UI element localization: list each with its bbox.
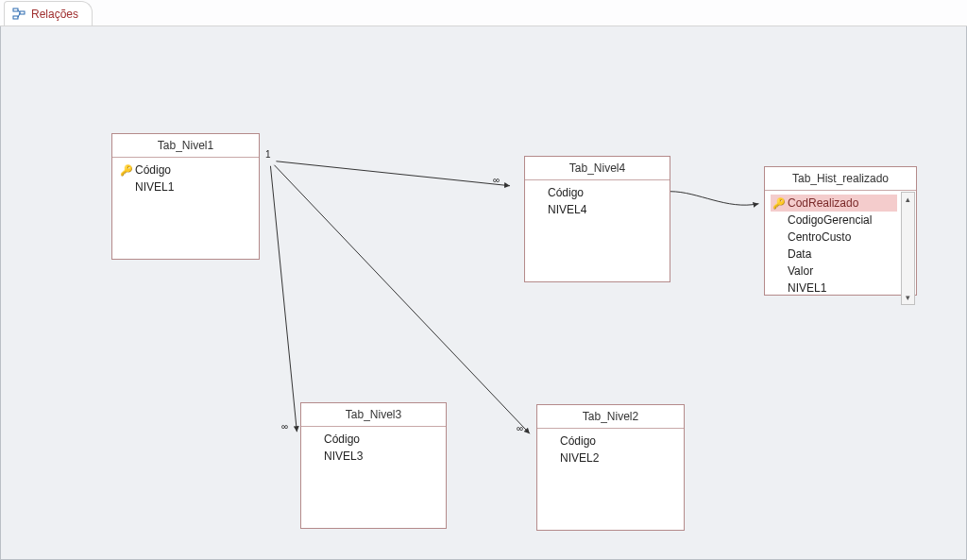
svg-line-6 [270, 166, 297, 432]
cardinality-many-nivel3: ∞ [281, 421, 288, 432]
field-row[interactable]: 🔑 CodRealizado [771, 195, 897, 212]
field-label: NIVEL1 [135, 180, 174, 194]
scroll-down-icon[interactable]: ▾ [906, 291, 910, 304]
field-row[interactable]: 🔑 Código [118, 161, 253, 178]
field-label: NIVEL4 [548, 203, 586, 216]
svg-rect-2 [13, 16, 18, 19]
table-title: Tab_Nivel2 [537, 405, 684, 429]
table-nivel3[interactable]: Tab_Nivel3 Código NIVEL3 [300, 402, 447, 529]
field-row[interactable]: NIVEL1 [118, 178, 253, 195]
table-body: Código NIVEL3 [301, 427, 446, 474]
table-title: Tab_Hist_realizado [765, 167, 916, 191]
field-label: Valor [788, 264, 813, 278]
cardinality-many-nivel4: ∞ [493, 175, 500, 185]
scrollbar[interactable]: ▴ ▾ [901, 192, 915, 305]
primary-key-icon: 🔑 [120, 164, 131, 177]
svg-line-4 [18, 13, 20, 18]
field-label: Data [788, 247, 811, 261]
relationships-canvas[interactable]: 1 ∞ ∞ ∞ Tab_Nivel1 🔑 Código NIVEL1 Tab_N… [0, 26, 967, 560]
field-label: Código [548, 186, 584, 199]
table-nivel4[interactable]: Tab_Nivel4 Código NIVEL4 [524, 156, 670, 282]
field-row[interactable]: Data [771, 246, 897, 263]
field-row[interactable]: NIVEL2 [543, 450, 678, 467]
field-label: CentroCusto [788, 230, 851, 244]
field-row[interactable]: Código [531, 184, 664, 201]
table-title: Tab_Nivel1 [112, 134, 259, 158]
svg-rect-0 [13, 8, 18, 11]
svg-line-5 [276, 161, 510, 186]
scroll-up-icon[interactable]: ▴ [906, 193, 910, 206]
svg-line-7 [274, 165, 529, 433]
table-title: Tab_Nivel3 [301, 403, 446, 427]
field-row[interactable]: NIVEL4 [531, 201, 664, 218]
field-label: NIVEL3 [324, 450, 363, 463]
field-row[interactable]: Código [543, 433, 678, 450]
tab-relacoes[interactable]: Relações [4, 1, 93, 25]
field-label: CodigoGerencial [788, 213, 872, 227]
table-nivel1[interactable]: Tab_Nivel1 🔑 Código NIVEL1 [111, 133, 260, 260]
field-label: NIVEL1 [788, 281, 826, 295]
field-row[interactable]: NIVEL1 [771, 280, 897, 297]
table-body: Código NIVEL4 [525, 180, 670, 228]
field-row[interactable]: NIVEL3 [307, 448, 440, 465]
field-label: Código [560, 434, 596, 448]
primary-key-icon: 🔑 [772, 197, 784, 210]
cardinality-many-nivel2: ∞ [517, 423, 523, 433]
table-body: 🔑 Código NIVEL1 [112, 158, 259, 205]
field-row[interactable]: CentroCusto [771, 229, 897, 246]
field-row[interactable]: Valor [771, 263, 897, 280]
tab-label: Relações [31, 8, 78, 21]
table-hist-realizado[interactable]: Tab_Hist_realizado 🔑 CodRealizado Codigo… [764, 166, 917, 296]
field-label: NIVEL2 [560, 451, 599, 465]
table-nivel2[interactable]: Tab_Nivel2 Código NIVEL2 [536, 404, 685, 531]
table-title: Tab_Nivel4 [525, 157, 670, 180]
tab-bar: Relações [0, 0, 967, 26]
field-row[interactable]: CodigoGerencial [771, 212, 897, 229]
field-label: CodRealizado [788, 196, 858, 210]
field-label: Código [324, 433, 360, 446]
field-row[interactable]: Código [307, 431, 440, 448]
table-body: 🔑 CodRealizado CodigoGerencial CentroCus… [765, 191, 916, 306]
svg-rect-1 [20, 11, 25, 14]
relationships-icon [12, 8, 25, 21]
table-body: Código NIVEL2 [537, 429, 684, 476]
cardinality-one: 1 [265, 149, 271, 160]
field-label: Código [135, 163, 171, 177]
